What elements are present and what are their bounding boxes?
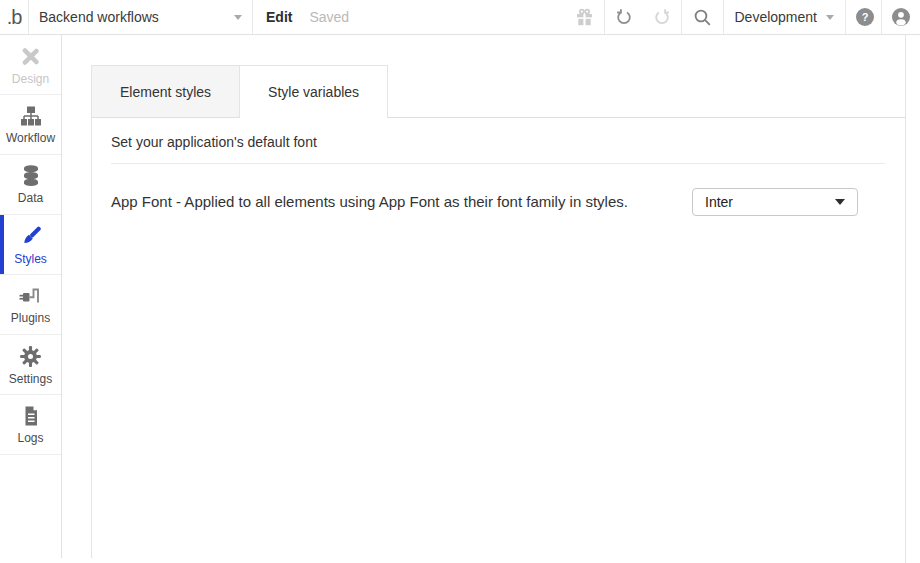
chevron-down-icon bbox=[234, 15, 242, 20]
tab-style-variables[interactable]: Style variables bbox=[239, 65, 388, 118]
page-selector-value: Backend workflows bbox=[39, 9, 159, 25]
sidebar-item-label: Styles bbox=[14, 252, 47, 266]
environment-value: Development bbox=[735, 9, 818, 25]
left-nav-sidebar: Design Workflow bbox=[0, 35, 62, 558]
tab-label: Style variables bbox=[268, 84, 359, 100]
sidebar-item-label: Plugins bbox=[11, 311, 50, 325]
sidebar-item-label: Logs bbox=[17, 431, 43, 445]
sidebar-item-workflow[interactable]: Workflow bbox=[0, 95, 61, 155]
page-selector-dropdown[interactable]: Backend workflows bbox=[29, 0, 253, 34]
help-icon: ? bbox=[856, 8, 874, 26]
divider bbox=[111, 163, 885, 164]
environment-dropdown[interactable]: Development bbox=[723, 0, 847, 34]
workflow-sitemap-icon bbox=[18, 104, 44, 128]
undo-icon bbox=[614, 7, 634, 27]
sidebar-item-settings[interactable]: Settings bbox=[0, 335, 61, 395]
sidebar-item-data[interactable]: Data bbox=[0, 155, 61, 215]
sidebar-item-design: Design bbox=[0, 35, 61, 95]
gear-icon bbox=[18, 344, 43, 369]
styles-tab-bar: Element styles Style variables bbox=[91, 65, 905, 118]
gift-button[interactable] bbox=[565, 0, 604, 34]
undo-button[interactable] bbox=[605, 0, 643, 34]
main-content-area: Element styles Style variables Set your … bbox=[63, 35, 920, 563]
app-font-label: App Font - Applied to all elements using… bbox=[111, 188, 628, 210]
design-tools-icon bbox=[18, 44, 43, 69]
tab-element-styles[interactable]: Element styles bbox=[91, 65, 239, 117]
app-font-row: App Font - Applied to all elements using… bbox=[111, 188, 885, 216]
help-button[interactable]: ? bbox=[846, 0, 881, 34]
app-font-select[interactable]: Inter bbox=[692, 188, 858, 216]
panel-right-border bbox=[905, 35, 906, 563]
sidebar-item-label: Design bbox=[12, 72, 49, 86]
sidebar-item-logs[interactable]: Logs bbox=[0, 395, 61, 455]
plug-icon bbox=[18, 284, 43, 308]
search-icon bbox=[693, 8, 712, 27]
top-bar: .b Backend workflows Edit Saved bbox=[0, 0, 920, 35]
tab-label: Element styles bbox=[120, 84, 211, 100]
save-status: Saved bbox=[309, 9, 349, 25]
styles-panel: Element styles Style variables Set your … bbox=[91, 65, 905, 558]
redo-icon bbox=[652, 7, 672, 27]
gift-icon bbox=[575, 8, 594, 27]
caret-down-icon bbox=[835, 199, 845, 205]
style-variables-content: Set your application's default font App … bbox=[91, 134, 905, 216]
sidebar-item-plugins[interactable]: Plugins bbox=[0, 275, 61, 335]
redo-button[interactable] bbox=[643, 0, 681, 34]
chevron-down-icon bbox=[826, 15, 834, 20]
search-button[interactable] bbox=[682, 0, 723, 34]
sidebar-item-label: Workflow bbox=[6, 131, 55, 145]
bubble-logo[interactable]: .b bbox=[0, 0, 29, 34]
topbar-spacer bbox=[349, 0, 564, 34]
sidebar-item-label: Data bbox=[18, 191, 43, 205]
document-icon bbox=[19, 404, 43, 428]
database-icon bbox=[19, 164, 43, 188]
paintbrush-icon bbox=[18, 223, 44, 249]
edit-menu[interactable]: Edit bbox=[266, 9, 292, 25]
account-button[interactable] bbox=[882, 0, 920, 34]
bubble-logo-text: .b bbox=[7, 6, 22, 29]
app-font-select-value: Inter bbox=[705, 194, 733, 210]
sidebar-item-label: Settings bbox=[9, 372, 52, 386]
user-icon bbox=[892, 8, 910, 26]
section-title: Set your application's default font bbox=[111, 134, 885, 150]
sidebar-item-styles[interactable]: Styles bbox=[0, 215, 61, 275]
